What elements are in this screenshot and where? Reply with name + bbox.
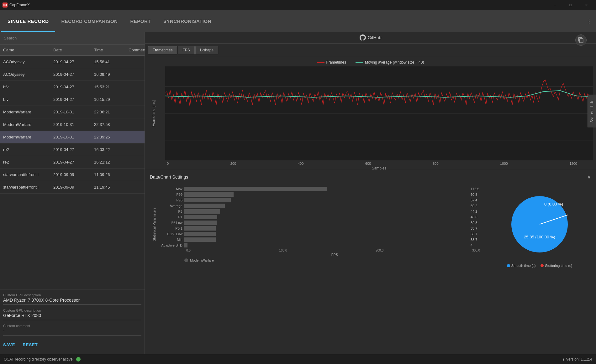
cell-time: 16:15:29: [91, 93, 125, 106]
bar-fill: [184, 221, 217, 225]
cell-comment: [125, 56, 145, 68]
cpu-value: AMD Ryzen 7 3700X 8-Core Processor: [3, 298, 141, 305]
bar-container: [184, 232, 467, 236]
save-button[interactable]: SAVE: [3, 342, 15, 347]
table-row[interactable]: ACOdyssey 2019-04-27 16:09:49: [0, 68, 145, 81]
pie-label-0: 0 (0.00 %): [544, 202, 563, 206]
bar-value: 38.7: [471, 226, 483, 230]
status-indicator: [76, 357, 81, 361]
bar-fill: [184, 226, 216, 231]
cell-time: 22:39:25: [91, 131, 125, 143]
cell-date: 2019-09-09: [50, 181, 91, 193]
col-game: Game: [0, 44, 50, 55]
bar-value: 40.6: [471, 215, 483, 219]
status-left: OCAT recording directory observer active…: [4, 357, 81, 361]
nav-tabs: SINGLE RECORD RECORD COMPARISON REPORT S…: [1, 10, 218, 32]
bar-row: P5 44.2: [157, 209, 483, 214]
bar-row: P1 40.6: [157, 215, 483, 219]
game-legend-label: ModernWarfare: [190, 258, 214, 262]
bar-value: 60.8: [471, 193, 483, 196]
bar-container: [184, 226, 467, 231]
bar-label: P99: [157, 193, 182, 196]
table-row[interactable]: starwarsbattlefrontii 2019-09-09 11:19:4…: [0, 181, 145, 194]
close-button[interactable]: ✕: [579, 0, 593, 10]
chart-tab-frametimes[interactable]: Frametimes: [148, 46, 177, 54]
table-body: ACOdyssey 2019-04-27 15:58:41 ACOdyssey …: [0, 56, 145, 194]
bar-row: Min 38.7: [157, 237, 483, 242]
table-row[interactable]: re2 2019-04-27 16:21:12: [0, 156, 145, 169]
bar-value: 176.5: [471, 187, 483, 191]
tab-single-record[interactable]: SINGLE RECORD: [1, 10, 55, 32]
github-icon: [360, 34, 366, 41]
settings-header[interactable]: Data/Chart Settings ∨: [145, 170, 596, 184]
y-axis-container: Frametime [ms]: [145, 66, 162, 160]
main-layout: Game Date Time Comment ACOdyssey 2019-04…: [0, 32, 596, 354]
chart-tab-fps[interactable]: FPS: [178, 46, 194, 54]
legend-frametimes: Frametimes: [317, 60, 346, 65]
table-row[interactable]: ModernWarfare 2019-10-31 22:39:25: [0, 131, 145, 143]
table-row[interactable]: bfv 2019-04-27 16:15:29: [0, 93, 145, 106]
cell-game: re2: [0, 156, 50, 168]
tab-report[interactable]: REPORT: [124, 10, 157, 32]
bar-label: Min: [157, 238, 182, 242]
system-info-tab[interactable]: System Info: [588, 95, 596, 127]
cell-comment: [125, 68, 145, 81]
cell-game: ACOdyssey: [0, 68, 50, 81]
chart-tabs: Frametimes FPS L-shape: [145, 44, 596, 57]
pie-legend: Smooth time (s) Stuttering time (s): [507, 264, 572, 268]
chart-legend: Frametimes Moving average (window size =…: [148, 60, 593, 65]
bar-fill: [184, 198, 231, 202]
bottom-info: Custom CPU description AMD Ryzen 7 3700X…: [0, 289, 145, 354]
pie-chart-area: 0 (0.00 %) 25.85 (100.00 %) Smooth time …: [489, 187, 590, 268]
bar-chart-game-legend: ModernWarfare: [157, 258, 483, 262]
status-bar: OCAT recording directory observer active…: [0, 354, 596, 364]
chart-wrapper: Frametimes Moving average (window size =…: [145, 57, 596, 170]
bar-label: Average: [157, 204, 182, 208]
minimize-button[interactable]: ─: [548, 0, 562, 10]
cell-time: 22:37:58: [91, 118, 125, 131]
tab-record-comparison[interactable]: RECORD COMPARISON: [55, 10, 124, 32]
tab-synchronisation[interactable]: SYNCHRONISATION: [157, 10, 218, 32]
col-time: Time: [91, 44, 125, 55]
cell-time: 15:58:41: [91, 56, 125, 68]
search-input[interactable]: [0, 32, 145, 44]
clipboard-button[interactable]: [575, 34, 587, 46]
cell-date: 2019-04-27: [50, 93, 91, 106]
nav-more-button[interactable]: ⋮: [583, 15, 595, 27]
table-row[interactable]: re2 2019-04-27 16:03:22: [0, 143, 145, 156]
legend-moving-avg-label: Moving average (window size = 40): [365, 60, 424, 65]
y-axis-label: Frametime [ms]: [151, 100, 156, 126]
table-row[interactable]: starwarsbattlefrontii 2019-09-09 11:09:2…: [0, 169, 145, 181]
pie-label-smooth-text: Smooth time (s): [511, 264, 536, 268]
cell-date: 2019-10-31: [50, 131, 91, 143]
cell-time: 22:36:21: [91, 106, 125, 118]
github-label: GitHub: [368, 35, 382, 40]
table-row[interactable]: ModernWarfare 2019-10-31 22:36:21: [0, 106, 145, 118]
bar-label: P1: [157, 215, 182, 219]
bar-value: 38.7: [471, 238, 483, 242]
window-controls: ─ □ ✕: [548, 0, 593, 10]
bar-fill: [184, 187, 327, 191]
legend-moving-avg-line: [356, 62, 363, 63]
cell-time: 11:09:26: [91, 169, 125, 181]
reset-button[interactable]: RESET: [23, 342, 38, 347]
chart-tab-lshape[interactable]: L-shape: [195, 46, 218, 54]
status-right: ℹ Version: 1.1.2.4: [563, 357, 592, 361]
maximize-button[interactable]: □: [563, 0, 578, 10]
bar-chart-rows: Max 176.5 P99 60.8 P95 57.4 Average 50.2: [157, 187, 483, 262]
cell-comment: [125, 106, 145, 118]
col-comment: Comment: [125, 44, 145, 55]
cell-comment: [125, 143, 145, 156]
cell-game: ModernWarfare: [0, 131, 50, 143]
table-row[interactable]: ACOdyssey 2019-04-27 15:58:41: [0, 56, 145, 68]
cell-comment: [125, 131, 145, 143]
bar-label: Max: [157, 187, 182, 191]
cell-game: starwarsbattlefrontii: [0, 169, 50, 181]
bar-row: Adaptive STD 4: [157, 243, 483, 247]
table-row[interactable]: bfv 2019-04-27 15:53:21: [0, 81, 145, 93]
legend-moving-avg: Moving average (window size = 40): [356, 60, 424, 65]
table-row[interactable]: ModernWarfare 2019-10-31 22:37:58: [0, 118, 145, 131]
bar-chart-inner: Statistical Parameters Max 176.5 P99 60.…: [151, 187, 483, 262]
settings-title: Data/Chart Settings: [150, 174, 188, 179]
bar-label: 0.1% Low: [157, 232, 182, 236]
